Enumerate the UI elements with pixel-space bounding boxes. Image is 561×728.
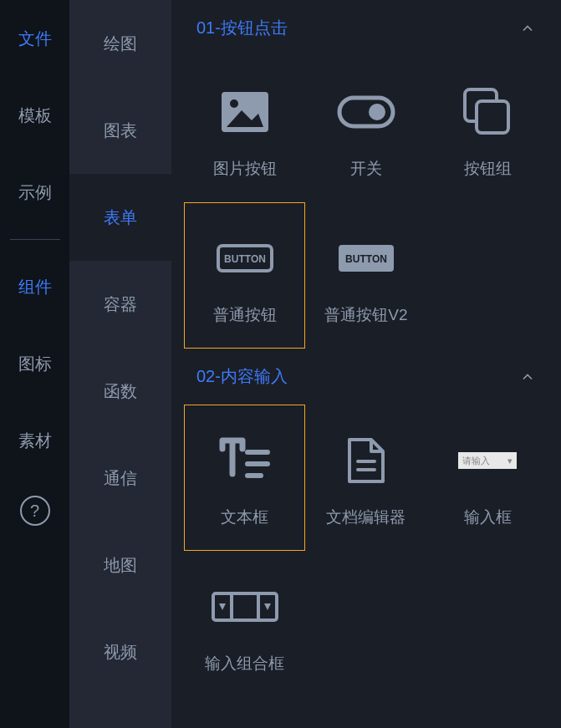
svg-marker-20 (264, 603, 271, 610)
primary-nav-icon[interactable]: 图标 (0, 325, 69, 402)
component-grid-2: 文本框 文档编辑器 请输入 ▾ 输入框 (184, 405, 548, 697)
image-icon (220, 79, 270, 145)
help-icon[interactable]: ? (20, 496, 50, 526)
component-button-group[interactable]: 按钮组 (427, 56, 548, 202)
section-header-2[interactable]: 02-内容输入 (184, 349, 548, 405)
document-icon (346, 427, 386, 494)
component-label: 输入框 (464, 507, 512, 528)
secondary-nav-container[interactable]: 容器 (69, 261, 171, 348)
component-grid-1: 图片按钮 开关 按钮组 (184, 56, 548, 349)
svg-point-4 (369, 104, 385, 120)
toggle-icon (337, 79, 395, 145)
component-label: 输入组合框 (205, 653, 284, 675)
primary-sidebar: 文件 模板 示例 组件 图标 素材 ? (0, 0, 69, 728)
primary-nav-file[interactable]: 文件 (0, 0, 69, 77)
component-label: 普通按钮 (213, 304, 277, 326)
component-label: 按钮组 (464, 158, 512, 180)
primary-nav-example[interactable]: 示例 (0, 154, 69, 231)
svg-point-1 (230, 99, 238, 108)
button-outline-icon: BUTTON (216, 225, 274, 292)
primary-nav-template[interactable]: 模板 (0, 77, 69, 154)
svg-text:BUTTON: BUTTON (224, 253, 266, 265)
secondary-sidebar: 绘图 图表 表单 容器 函数 通信 地图 视频 (69, 0, 171, 728)
input-field-icon: 请输入 ▾ (458, 427, 517, 494)
secondary-nav-form[interactable]: 表单 (69, 174, 171, 261)
input-combo-icon (212, 573, 278, 640)
svg-rect-6 (477, 101, 508, 133)
component-label: 文本框 (221, 507, 268, 528)
component-switch[interactable]: 开关 (305, 56, 426, 202)
component-normal-button-v2[interactable]: BUTTON 普通按钮V2 (305, 202, 426, 349)
secondary-nav-video[interactable]: 视频 (69, 608, 171, 695)
component-textbox[interactable]: 文本框 (184, 405, 305, 551)
secondary-nav-comm[interactable]: 通信 (69, 435, 171, 522)
section-title: 01-按钮点击 (196, 17, 288, 39)
chevron-up-icon (519, 369, 536, 385)
svg-marker-19 (219, 603, 226, 610)
text-box-icon (219, 427, 271, 494)
component-image-button[interactable]: 图片按钮 (184, 56, 305, 202)
button-group-icon (463, 79, 512, 145)
component-label: 普通按钮V2 (324, 304, 407, 326)
input-placeholder-text: 请输入 (462, 455, 490, 467)
component-normal-button[interactable]: BUTTON 普通按钮 (184, 202, 305, 349)
primary-nav-component[interactable]: 组件 (0, 248, 69, 325)
component-label: 图片按钮 (213, 158, 277, 180)
component-input[interactable]: 请输入 ▾ 输入框 (427, 405, 548, 551)
component-doc-editor[interactable]: 文档编辑器 (305, 405, 426, 551)
section-header-1[interactable]: 01-按钮点击 (184, 0, 548, 56)
component-label: 开关 (350, 158, 382, 180)
primary-nav-asset[interactable]: 素材 (0, 402, 69, 479)
svg-text:BUTTON: BUTTON (345, 253, 387, 265)
secondary-nav-chart[interactable]: 图表 (69, 87, 171, 174)
divider (10, 239, 60, 240)
main-content: 01-按钮点击 图片按钮 开关 (171, 0, 561, 728)
button-solid-icon: BUTTON (339, 225, 394, 292)
secondary-nav-function[interactable]: 函数 (69, 348, 171, 435)
section-title: 02-内容输入 (196, 365, 288, 388)
secondary-nav-draw[interactable]: 绘图 (69, 0, 171, 87)
component-label: 文档编辑器 (326, 507, 405, 528)
secondary-nav-map[interactable]: 地图 (69, 522, 171, 608)
component-input-combo[interactable]: 输入组合框 (184, 551, 305, 697)
chevron-up-icon (519, 20, 536, 37)
